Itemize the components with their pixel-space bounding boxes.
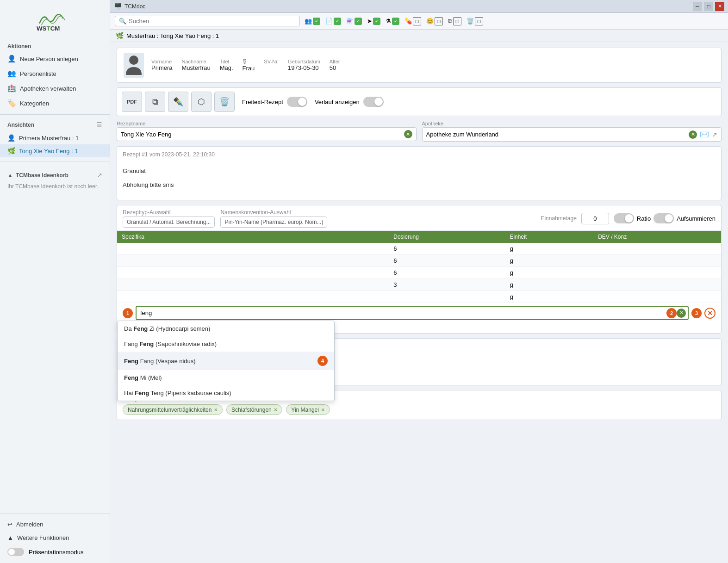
badge-1: 1: [123, 308, 133, 318]
toolbar-trash-btn[interactable]: 🗑️ □: [465, 16, 485, 26]
einnahme-group: Einnahmetage Ratio Aufsummieren: [541, 213, 716, 224]
aufsummieren-label: Aufsummieren: [677, 215, 716, 222]
email-icon[interactable]: ✉️: [700, 130, 709, 139]
ingredient-input-wrapper[interactable]: 2 ✕: [136, 306, 689, 320]
sidebar-view-tong-xie[interactable]: 🌿 Tong Xie Yao Feng : 1: [0, 144, 110, 157]
dropdown-item-2[interactable]: Feng Fang (Vespae nidus) 4: [118, 352, 334, 370]
titel-label: Titel: [220, 59, 233, 64]
tag-remove-btn[interactable]: ×: [321, 406, 325, 413]
col-einheit: Einheit: [505, 231, 593, 243]
dropdown-item-1[interactable]: Fang Feng (Saposhnikoviae radix): [118, 336, 334, 352]
patient-vorname-field: Vorname Primera: [151, 59, 173, 71]
recipe-type-row: Rezepttyp-Auswahl Granulat / Automat. Be…: [117, 205, 721, 231]
cell-einheit: g: [505, 267, 593, 279]
search-input-wrapper[interactable]: 🔍: [115, 16, 300, 26]
recipe-notes-content: Granulat Abholung bitte sms: [123, 161, 716, 195]
titel-value: Mag.: [220, 64, 233, 71]
dropdown-item-3[interactable]: Feng Mi (Mel): [118, 370, 334, 385]
aufsummieren-toggle[interactable]: [653, 213, 674, 223]
app-icon: 🖥️: [114, 3, 122, 10]
apotheke-input[interactable]: Apotheke zum Wunderland ✕ ✉️ ↗: [422, 127, 722, 142]
verlauf-label: Verlauf anzeigen: [315, 99, 360, 105]
ansichten-header[interactable]: Ansichten ☰: [0, 118, 110, 131]
external-link-icon-2[interactable]: ↗: [712, 131, 717, 138]
dropdown-item-4[interactable]: Hai Feng Teng (Piperis kadsurae caulis): [118, 385, 334, 401]
patient-info: Vorname Primera Nachname Musterfrau Tite…: [151, 59, 340, 72]
input-clear-btn[interactable]: ✕: [677, 309, 686, 318]
sidebar-view-primera[interactable]: 👤 Primera Musterfrau : 1: [0, 131, 110, 144]
patient-geburtsdatum-field: Geburtsdatum 1973-05-30: [288, 59, 320, 71]
sidebar-weitere-funktionen[interactable]: ▲ Weitere Funktionen: [0, 531, 110, 544]
row-delete-btn[interactable]: ✕: [704, 308, 716, 319]
svnr-label: SV-Nr.: [264, 59, 279, 64]
verlauf-toggle[interactable]: [363, 97, 384, 107]
ingredient-search-input[interactable]: [137, 307, 666, 319]
close-btn[interactable]: ✕: [715, 2, 724, 11]
toolbar-arrow-btn[interactable]: ➤ ✓: [365, 17, 382, 26]
table-row: 3 g: [117, 279, 721, 291]
toolbar-mortar-btn[interactable]: ⚗️ ✓: [344, 17, 364, 26]
cell-dev-konz: [593, 243, 721, 255]
maximize-btn[interactable]: □: [704, 2, 713, 11]
minimize-btn[interactable]: ─: [693, 2, 702, 11]
freitext-toggle[interactable]: [287, 97, 307, 107]
verlauf-knob: [374, 98, 383, 106]
toolbar-filter-btn[interactable]: ⚗ ✓: [384, 17, 401, 26]
ratio-toggle[interactable]: [614, 213, 634, 223]
ratio-knob: [625, 214, 633, 223]
app-title-text: TCMdoc: [124, 3, 145, 10]
rezepttyp-select[interactable]: Granulat / Automat. Berechnung...: [123, 217, 215, 228]
copy-recipe-icon: ⧉: [152, 97, 158, 107]
ideenkorb-label: TCMbase Ideenkorb: [16, 172, 68, 179]
sidebar-abmelden[interactable]: ↩ Abmelden: [0, 518, 110, 531]
ingredient-section: Rezepttyp-Auswahl Granulat / Automat. Be…: [117, 205, 722, 334]
cell-dev-konz: [593, 279, 721, 291]
copy-recipe-btn[interactable]: ⧉: [145, 92, 165, 112]
cell-dev-konz: [593, 267, 721, 279]
toolbar-emoji-btn[interactable]: 😊 □: [424, 16, 445, 26]
praesentation-toggle[interactable]: [7, 548, 24, 556]
menu-icon: ☰: [96, 121, 102, 129]
sidebar-item-apotheken[interactable]: 🏥 Apotheken verwalten: [0, 81, 110, 96]
sidebar-item-neue-person[interactable]: 👤 Neue Person anlegen: [0, 51, 110, 66]
vorname-value: Primera: [151, 64, 173, 71]
geschlecht-value: Frau: [243, 65, 255, 72]
freitext-knob: [298, 98, 306, 106]
box-icon-3: □: [453, 17, 461, 25]
toolbar-copy-btn[interactable]: ⧉ □: [446, 16, 463, 26]
tag-remove-btn[interactable]: ×: [214, 406, 218, 413]
persons-icon: 👥: [7, 69, 16, 78]
rezeptname-input[interactable]: Tong Xie Yao Feng ✕: [117, 127, 417, 141]
rezeptname-clear-btn[interactable]: ✕: [404, 130, 412, 138]
toolbar-doc-btn[interactable]: 📄 ✓: [324, 17, 343, 26]
namenkonvention-select[interactable]: Pin-Yin-Name (Pharmaz. europ. Nom...): [220, 217, 327, 228]
geburtsdatum-value: 1973-05-30: [288, 64, 320, 71]
ideenkorb-header[interactable]: ▲ TCMbase Ideenkorb ↗: [0, 169, 110, 181]
copy-icon: ⧉: [448, 18, 452, 25]
toolbar-group-btn-1[interactable]: 👥 ✓: [303, 17, 322, 26]
apotheke-clear-btn[interactable]: ✕: [689, 130, 697, 139]
ratio-toggle-group: Ratio Aufsummieren: [614, 213, 716, 223]
external-link-icon[interactable]: ↗: [97, 172, 102, 179]
tag-remove-btn[interactable]: ×: [274, 406, 278, 413]
delete-recipe-btn[interactable]: 🗑️: [214, 92, 235, 112]
einnahmetage-input[interactable]: [581, 213, 609, 224]
dropdown-item-0[interactable]: Da Feng Zi (Hydnocarpi semen): [118, 321, 334, 336]
sidebar-divider-1: [0, 114, 110, 115]
box-icon-4: □: [475, 17, 483, 25]
edit-btn[interactable]: ✒️: [168, 92, 188, 112]
sidebar-item-kategorien[interactable]: 🏷️ Kategorien: [0, 96, 110, 111]
search-input[interactable]: [129, 18, 296, 25]
clone-btn[interactable]: ⬡: [191, 92, 212, 112]
pdf-btn[interactable]: PDF: [122, 92, 142, 112]
title-bar: 🖥️ TCMdoc ─ □ ✕: [110, 0, 728, 13]
patient-avatar: [124, 53, 144, 78]
sidebar-item-personenliste[interactable]: 👥 Personenliste: [0, 66, 110, 81]
table-row: 6 g: [117, 255, 721, 267]
tag-icon: 🏷️: [7, 99, 16, 107]
praesentation-knob: [8, 549, 15, 555]
nachname-label: Nachname: [182, 59, 211, 64]
mortar-icon: ⚗️: [346, 18, 354, 25]
toolbar-pill-btn[interactable]: 💊 □: [403, 16, 423, 26]
breadcrumb-icon: 🌿: [116, 32, 124, 39]
